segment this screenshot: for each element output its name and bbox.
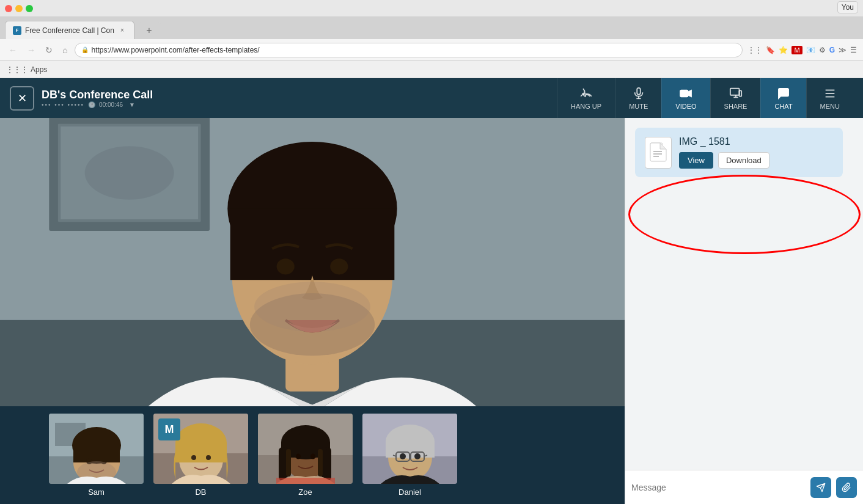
svg-rect-33 xyxy=(73,445,120,462)
video-button[interactable]: VIDEO xyxy=(661,78,710,118)
share-label: SHARE xyxy=(724,103,747,110)
maximize-traffic-light[interactable] xyxy=(26,5,33,12)
call-dropdown-button[interactable]: ▼ xyxy=(129,101,135,108)
tab-close-button[interactable]: × xyxy=(118,26,127,35)
toolbar-icon-ext[interactable]: 📧 xyxy=(806,46,815,54)
hang-up-icon xyxy=(579,87,593,100)
call-nav: HANG UP MUTE xyxy=(557,78,853,118)
svg-rect-22 xyxy=(230,208,395,280)
menu-button[interactable]: MENU xyxy=(806,78,853,118)
participant-sam: Sam xyxy=(49,414,144,497)
minimize-traffic-light[interactable] xyxy=(15,5,23,12)
back-button[interactable]: ← xyxy=(6,44,20,56)
toolbar-icon-g[interactable]: G xyxy=(829,46,835,54)
home-button[interactable]: ⌂ xyxy=(60,44,70,56)
chat-label: CHAT xyxy=(774,103,792,110)
app-content: ✕ DB's Conference Call ••• ••• ••••• 🕐 0… xyxy=(0,78,863,504)
attachment-icon xyxy=(842,483,851,492)
chat-input-area xyxy=(625,470,863,504)
svg-rect-54 xyxy=(318,449,323,477)
browser-tab[interactable]: F Free Conference Call | Con × xyxy=(5,21,134,39)
participant-name-zoe: Zoe xyxy=(298,488,312,497)
participant-video-zoe xyxy=(258,414,353,484)
mute-icon xyxy=(632,87,645,100)
mute-label: MUTE xyxy=(629,103,648,110)
svg-marker-4 xyxy=(688,90,692,97)
tab-favicon: F xyxy=(13,26,21,35)
main-area: Sam M xyxy=(0,118,863,504)
participant-thumb-db: M xyxy=(153,414,248,484)
view-file-button[interactable]: View xyxy=(679,152,713,169)
participant-db: M xyxy=(153,414,248,497)
svg-point-24 xyxy=(330,258,348,274)
message-input[interactable] xyxy=(631,483,806,492)
svg-point-63 xyxy=(400,453,406,459)
title-bar: You xyxy=(0,0,863,17)
hang-up-label: HANG UP xyxy=(571,103,601,110)
call-phone: ••• ••• ••••• xyxy=(42,101,84,108)
send-message-button[interactable] xyxy=(810,477,831,498)
call-subtitle: ••• ••• ••••• 🕐 00:00:46 ▼ xyxy=(42,101,153,108)
call-timer: 00:00:46 xyxy=(99,101,123,108)
exit-call-button[interactable]: ✕ xyxy=(10,86,34,111)
share-icon xyxy=(729,87,743,100)
toolbar-icon-gmail[interactable]: M xyxy=(791,46,802,54)
svg-rect-57 xyxy=(276,478,335,484)
close-traffic-light[interactable] xyxy=(5,5,12,12)
toolbar-icon-3[interactable]: ⭐ xyxy=(779,46,788,54)
bookmarks-bar: ⋮⋮⋮ Apps xyxy=(0,61,863,78)
participants-strip: Sam M xyxy=(0,406,625,504)
chat-messages: IMG _ 1581 View Download xyxy=(625,118,863,470)
video-background-svg xyxy=(0,118,625,406)
apps-label[interactable]: Apps xyxy=(31,65,47,74)
forward-button[interactable]: → xyxy=(24,44,38,56)
main-video-feed xyxy=(0,118,625,406)
you-badge: You xyxy=(837,1,858,13)
participant-video-sam xyxy=(49,414,144,484)
download-file-button[interactable]: Download xyxy=(718,152,769,169)
traffic-lights xyxy=(5,5,33,12)
attach-file-button[interactable] xyxy=(836,477,857,498)
svg-rect-6 xyxy=(739,90,741,96)
svg-point-42 xyxy=(191,455,196,460)
participant-zoe: Zoe xyxy=(258,414,353,497)
url-box[interactable]: 🔒 https://www.powerpoint.com/after-effec… xyxy=(75,43,743,57)
toolbar-icon-2[interactable]: 🔖 xyxy=(766,46,775,54)
video-placeholder xyxy=(0,118,625,406)
video-area: Sam M xyxy=(0,118,625,504)
svg-rect-41 xyxy=(175,443,227,462)
svg-point-55 xyxy=(296,454,301,459)
svg-rect-53 xyxy=(286,449,291,477)
new-tab-button[interactable]: + xyxy=(137,22,161,39)
svg-rect-0 xyxy=(637,87,641,94)
svg-point-64 xyxy=(414,453,420,459)
toolbar-icon-1[interactable]: ⋮⋮ xyxy=(747,46,762,54)
db-avatar-letter: M xyxy=(158,418,180,440)
svg-rect-5 xyxy=(730,88,739,95)
tab-title: Free Conference Call | Con xyxy=(25,26,114,35)
svg-rect-3 xyxy=(680,90,688,97)
video-icon xyxy=(679,87,692,100)
url-text: https://www.powerpoint.com/after-effects… xyxy=(91,46,259,54)
file-info: IMG _ 1581 View Download xyxy=(679,136,769,169)
menu-icon[interactable]: ☰ xyxy=(850,46,857,54)
participant-video-daniel xyxy=(362,414,457,484)
svg-point-56 xyxy=(310,454,315,459)
file-document-icon xyxy=(649,142,667,164)
extensions-icon[interactable]: ≫ xyxy=(839,46,846,54)
call-title: DB's Conference Call xyxy=(42,89,153,101)
share-button[interactable]: SHARE xyxy=(710,78,761,118)
svg-point-26 xyxy=(254,282,370,332)
hang-up-button[interactable]: HANG UP xyxy=(557,78,615,118)
video-label: VIDEO xyxy=(675,103,696,110)
participant-name-sam: Sam xyxy=(88,488,105,497)
refresh-button[interactable]: ↻ xyxy=(43,44,55,56)
chat-icon xyxy=(777,87,790,100)
mute-button[interactable]: MUTE xyxy=(615,78,661,118)
chat-button[interactable]: CHAT xyxy=(760,78,806,118)
browser-toolbar-right: ⋮⋮ 🔖 ⭐ M 📧 ⚙ G ≫ ☰ xyxy=(747,46,857,54)
call-info: DB's Conference Call ••• ••• ••••• 🕐 00:… xyxy=(42,89,153,108)
settings-icon[interactable]: ⚙ xyxy=(819,46,826,54)
browser-frame: You F Free Conference Call | Con × + ← →… xyxy=(0,0,863,504)
address-bar: ← → ↻ ⌂ 🔒 https://www.powerpoint.com/aft… xyxy=(0,39,863,61)
